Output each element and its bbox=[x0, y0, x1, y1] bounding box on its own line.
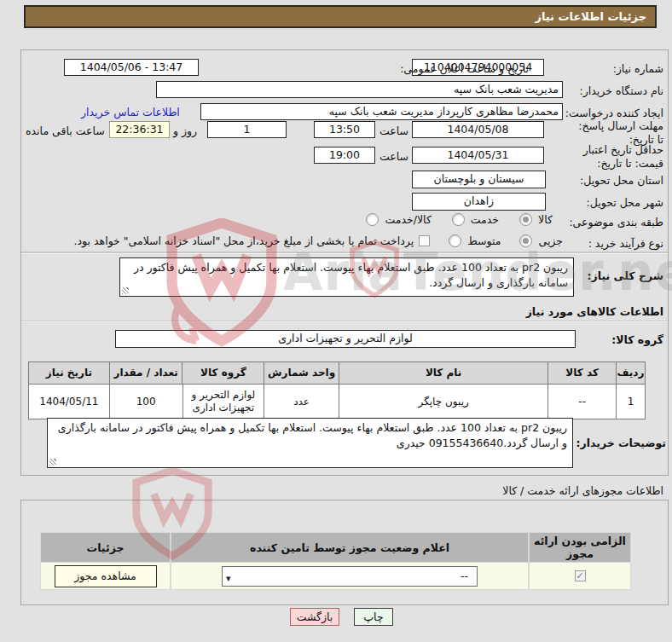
goods-section-title: اطلاعات کالاهای مورد نیاز bbox=[526, 304, 663, 319]
col-permit-required: الزامی بودن ارائه مجوز bbox=[529, 532, 631, 563]
cell-unit: عدد bbox=[264, 385, 339, 419]
need-desc-label: شرح کلی نیاز: bbox=[588, 269, 663, 283]
deadline-time-field[interactable]: 13:50 bbox=[314, 121, 375, 138]
col-item-code: کد کالا bbox=[547, 362, 616, 385]
request-creator-label: ایجاد کننده درخواست: bbox=[565, 106, 663, 120]
resize-handle-icon[interactable] bbox=[122, 287, 129, 294]
view-permit-button[interactable]: مشاهده مجوز bbox=[55, 565, 157, 587]
buyer-notes-label: توضیحات خریدار: bbox=[576, 436, 666, 450]
option-goods-service[interactable]: کالا/خدمت bbox=[366, 213, 431, 226]
buyer-notes-textarea[interactable]: ریبون pr2 به تعداد 100 عدد. طبق استعلام … bbox=[47, 418, 573, 468]
option-medium-label: متوسط bbox=[467, 234, 501, 247]
print-button[interactable]: چاپ bbox=[354, 608, 393, 626]
price-validity-date-field[interactable]: 1404/05/31 bbox=[412, 147, 544, 164]
delivery-city-label: شهر محل تحویل: bbox=[587, 195, 663, 210]
permits-table-row: ✓ -- ▾ مشاهده مجوز bbox=[40, 563, 631, 590]
cell-permit-required: ✓ bbox=[529, 563, 631, 590]
back-button[interactable]: بازگشت bbox=[290, 608, 339, 626]
process-type-options: جزیی متوسط پرداخت تمام یا بخشی از مبلغ خ… bbox=[74, 234, 563, 247]
price-validity-time-field[interactable]: 19:00 bbox=[314, 147, 375, 164]
resize-handle-icon[interactable] bbox=[49, 459, 56, 466]
page-title: جزئیات اطلاعات نیاز bbox=[24, 5, 657, 28]
treasury-note-label: پرداخت تمام یا بخشی از مبلغ خرید،از محل … bbox=[74, 234, 414, 247]
treasury-checkbox[interactable] bbox=[419, 235, 430, 246]
cell-need-date: 1404/05/11 bbox=[29, 385, 109, 419]
buyer-notes-text: ریبون pr2 به تعداد 100 عدد. طبق استعلام … bbox=[58, 421, 567, 449]
time-remaining-label: ساعت باقی مانده bbox=[26, 124, 105, 138]
cell-row-number: 1 bbox=[616, 385, 645, 419]
subject-class-label: طبقه بندی موضوعی: bbox=[569, 215, 663, 229]
radio-goods-service-icon[interactable] bbox=[366, 213, 379, 226]
need-desc-textarea[interactable]: ریبون pr2 به تعداد 100 عدد. طبق استعلام … bbox=[119, 257, 574, 297]
option-medium[interactable]: متوسط bbox=[449, 234, 501, 247]
buyer-contact-link[interactable]: اطلاعات تماس خریدار bbox=[81, 106, 180, 119]
delivery-province-label: استان محل تحویل: bbox=[580, 173, 663, 188]
deadline-date-field[interactable]: 1404/05/08 bbox=[412, 121, 544, 138]
price-validity-label: حداقل تاریخ اعتبار قیمت: تا تاریخ: bbox=[561, 143, 663, 171]
delivery-city-field[interactable]: زاهدان bbox=[412, 193, 546, 211]
cell-item-code: -- bbox=[547, 385, 616, 419]
cell-quantity: 100 bbox=[109, 385, 182, 419]
announce-datetime-label: تاریخ و ساعت اعلان عمومی: bbox=[400, 61, 529, 76]
cell-permit-details: مشاهده مجوز bbox=[40, 563, 171, 590]
subject-class-options: کالا خدمت کالا/خدمت bbox=[366, 213, 553, 226]
radio-goods-icon[interactable] bbox=[519, 213, 532, 226]
request-creator-field[interactable]: محمدرضا مظاهری کارپرداز مدیریت شعب بانک … bbox=[200, 103, 563, 120]
col-item-group: گروه کالا bbox=[182, 362, 264, 385]
col-permit-status: اعلام وضعیت مجوز توسط تامین کننده bbox=[171, 532, 529, 563]
col-item-name: نام کالا bbox=[339, 362, 547, 385]
goods-group-label: گروه کالا: bbox=[611, 333, 663, 347]
permits-section-title: اطلاعات مجوزهای ارائه خدمت / کالا bbox=[502, 483, 663, 498]
dropdown-arrow-icon: ▾ bbox=[226, 570, 231, 588]
cell-permit-status: -- ▾ bbox=[171, 563, 529, 590]
option-service-label: خدمت bbox=[471, 213, 499, 226]
need-details-page: جزئیات اطلاعات نیاز شماره نیاز: 11040047… bbox=[0, 0, 672, 642]
permits-table: الزامی بودن ارائه مجوز اعلام وضعیت مجوز … bbox=[40, 532, 631, 590]
option-goods[interactable]: کالا bbox=[519, 213, 553, 226]
cell-item-name: ریبون چاپگر bbox=[339, 385, 547, 419]
permit-required-checkbox[interactable]: ✓ bbox=[575, 570, 586, 581]
announce-datetime-field[interactable]: 1404/05/06 - 13:47 bbox=[64, 59, 199, 76]
permit-status-value: -- bbox=[461, 570, 468, 582]
col-row-number: ردیف bbox=[616, 362, 645, 385]
cell-item-group: لوازم التحریر و تجهیزات اداری bbox=[182, 385, 264, 419]
deadline-hour-label: ساعت bbox=[379, 124, 408, 138]
option-service[interactable]: خدمت bbox=[452, 213, 499, 226]
option-goods-label: کالا bbox=[538, 213, 553, 226]
need-desc-text: ریبون pr2 به تعداد 100 عدد. طبق استعلام … bbox=[134, 261, 568, 289]
radio-service-icon[interactable] bbox=[452, 213, 465, 226]
permits-table-header: الزامی بودن ارائه مجوز اعلام وضعیت مجوز … bbox=[40, 532, 631, 563]
countdown-timer: 22:36:31 bbox=[109, 121, 170, 138]
need-number-label: شماره نیاز: bbox=[613, 61, 663, 76]
permit-status-select[interactable]: -- ▾ bbox=[222, 566, 478, 587]
days-and-label: روز و bbox=[173, 124, 197, 138]
checkmark-icon: ✓ bbox=[576, 570, 583, 581]
col-quantity: تعداد / مقدار bbox=[109, 362, 182, 385]
price-validity-hour-label: ساعت bbox=[379, 149, 408, 164]
option-minor-label: جزیی bbox=[538, 234, 563, 247]
goods-group-field[interactable]: لوازم التحریر و تجهیزات اداری bbox=[115, 330, 576, 348]
separator bbox=[21, 321, 668, 322]
process-type-label: نوع فرآیند خرید : bbox=[588, 236, 663, 251]
col-permit-details: جزئیات bbox=[40, 532, 171, 563]
option-minor[interactable]: جزیی bbox=[519, 234, 563, 247]
option-goods-service-label: کالا/خدمت bbox=[385, 213, 431, 226]
buyer-org-label: نام دستگاه خریدار: bbox=[580, 84, 663, 98]
col-need-date: تاریخ نیاز bbox=[29, 362, 109, 385]
goods-table-header: ردیف کد کالا نام کالا واحد شمارش گروه کا… bbox=[29, 362, 645, 385]
radio-medium-icon[interactable] bbox=[449, 234, 461, 247]
separator bbox=[21, 252, 668, 254]
remaining-days-field[interactable]: 1 bbox=[207, 121, 287, 138]
radio-minor-icon[interactable] bbox=[519, 234, 532, 247]
delivery-province-field[interactable]: سیستان و بلوچستان bbox=[412, 171, 546, 188]
buyer-org-field[interactable]: مدیریت شعب بانک سپه bbox=[156, 81, 563, 98]
goods-table-row: 1 -- ریبون چاپگر عدد لوازم التحریر و تجه… bbox=[29, 385, 645, 419]
col-unit: واحد شمارش bbox=[264, 362, 339, 385]
goods-table: ردیف کد کالا نام کالا واحد شمارش گروه کا… bbox=[28, 361, 646, 419]
treasury-option[interactable]: پرداخت تمام یا بخشی از مبلغ خرید،از محل … bbox=[74, 234, 431, 247]
